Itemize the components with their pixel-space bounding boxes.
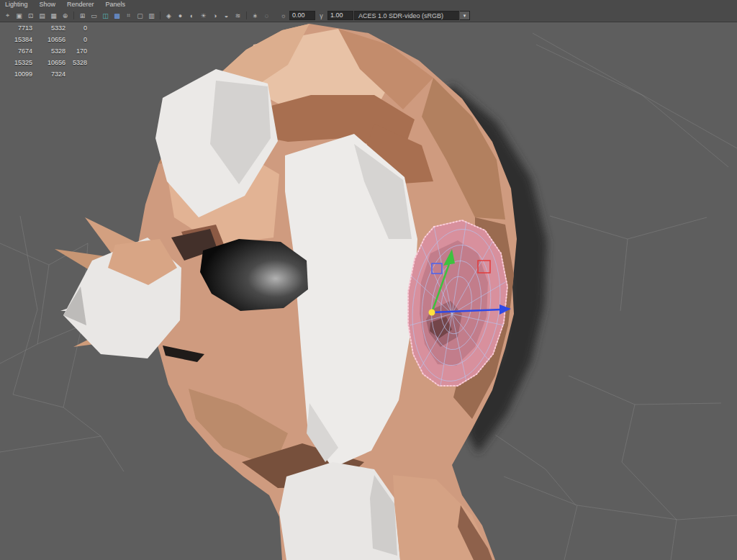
hud-row: 7713 5332 0	[4, 22, 87, 34]
exposure-input[interactable]: 0.00	[289, 11, 315, 20]
shaded-display-icon[interactable]: ●	[175, 11, 186, 21]
camera-select-icon[interactable]: ⌖	[2, 11, 13, 21]
safe-action-icon[interactable]: ▢	[135, 11, 145, 21]
gamma-input[interactable]: 1.00	[327, 11, 353, 20]
gate-mask-icon[interactable]: ▩	[112, 11, 122, 21]
panel-menubar: Lighting Show Renderer Panels	[0, 0, 737, 9]
hud-value: 7674	[4, 45, 32, 57]
hud-value: 7324	[32, 68, 65, 80]
hud-value: 10099	[4, 68, 32, 80]
gamma-icon: γ	[316, 11, 327, 21]
exposure-icon: ☼	[278, 11, 289, 21]
grid-icon[interactable]: ⊞	[77, 11, 88, 21]
lights-icon[interactable]: ☀	[198, 11, 209, 21]
hud-row: 15384 10656 0	[4, 34, 87, 45]
hud-value: 5328	[65, 57, 87, 68]
hud-value: 5328	[32, 45, 65, 57]
motion-blur-icon[interactable]: ≋	[232, 11, 243, 21]
hud-value: 170	[65, 45, 87, 57]
occlusion-icon[interactable]: ◒	[221, 11, 232, 21]
hud-value: 10656	[32, 57, 65, 68]
film-gate-icon[interactable]: ▭	[89, 11, 99, 21]
hud-value	[65, 68, 87, 80]
hud-row: 10099 7324	[4, 68, 87, 80]
shadows-icon[interactable]: ◑	[209, 11, 220, 21]
hud-value: 15384	[4, 34, 32, 45]
poly-count-hud: 7713 5332 0 15384 10656 0 7674 5328 170 …	[4, 22, 87, 80]
menu-panels[interactable]: Panels	[106, 0, 126, 9]
wireframe-display-icon[interactable]: ◈	[163, 11, 174, 21]
view-transform-select[interactable]: ACES 1.0 SDR-video (sRGB)	[354, 11, 459, 20]
hud-value: 0	[65, 34, 87, 45]
chevron-down-icon: ▾	[464, 13, 466, 19]
multisample-icon[interactable]: ∗	[250, 11, 261, 21]
image-plane-icon[interactable]: ▦	[48, 11, 59, 21]
view-transform-dropdown-icon[interactable]: ▾	[460, 11, 470, 20]
view-transform-value: ACES 1.0 SDR-video (sRGB)	[358, 12, 443, 19]
toolbar-separator	[160, 12, 160, 19]
hud-row: 15325 10656 5328	[4, 57, 87, 68]
panel-toolbar: ⌖ ▣ ⊡ ▤ ▦ ⊕ ⊞ ▭ ◫ ▩ ⌗ ▢ ▥ ◈ ● ◐ ☀ ◑ ◒ ≋ …	[0, 9, 737, 22]
menu-show[interactable]: Show	[40, 0, 56, 9]
hud-value: 0	[65, 22, 87, 34]
camera-lock-icon[interactable]: ▣	[14, 11, 24, 21]
hud-value: 15325	[4, 57, 32, 68]
hud-value: 7713	[4, 22, 32, 34]
camera-attributes-icon[interactable]: ⊡	[25, 11, 36, 21]
hud-row: 7674 5328 170	[4, 45, 87, 57]
field-chart-icon[interactable]: ⌗	[123, 11, 134, 21]
bookmarks-icon[interactable]: ▤	[37, 11, 48, 21]
pan-zoom-icon[interactable]: ⊕	[60, 11, 71, 21]
toolbar-separator	[73, 12, 74, 19]
manip-center-handle[interactable]	[429, 310, 435, 316]
safe-title-icon[interactable]: ▥	[146, 11, 157, 21]
viewport-canvas[interactable]	[0, 22, 737, 560]
maya-viewport-panel: Lighting Show Renderer Panels ⌖ ▣ ⊡ ▤ ▦ …	[0, 0, 737, 560]
resolution-gate-icon[interactable]: ◫	[100, 11, 111, 21]
hud-value: 5332	[32, 22, 65, 34]
hud-value: 10656	[32, 34, 65, 45]
menu-renderer[interactable]: Renderer	[67, 0, 94, 9]
toolbar-separator	[246, 12, 247, 19]
menu-lighting[interactable]: Lighting	[5, 0, 28, 9]
viewport[interactable]: 7713 5332 0 15384 10656 0 7674 5328 170 …	[0, 22, 737, 560]
textured-display-icon[interactable]: ◐	[186, 11, 197, 21]
xray-icon[interactable]: ◌	[261, 11, 272, 21]
